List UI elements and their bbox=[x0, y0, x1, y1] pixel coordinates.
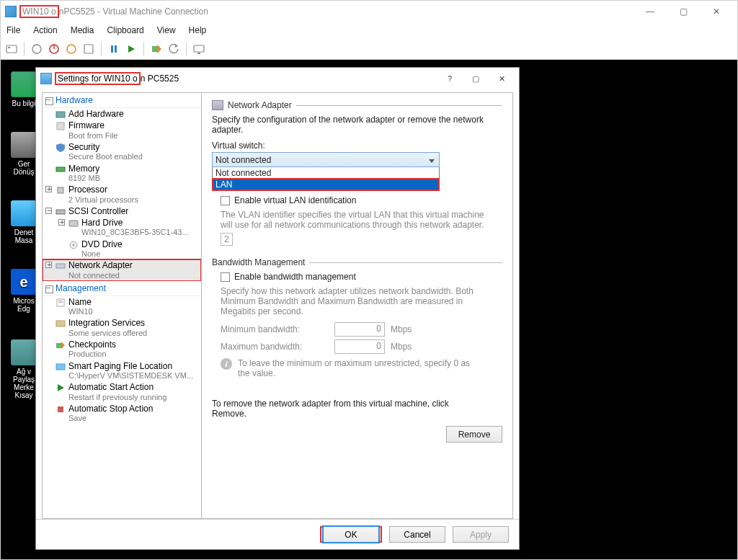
ok-button[interactable]: OK bbox=[323, 526, 379, 543]
enhanced-session-icon[interactable] bbox=[192, 43, 205, 55]
vlan-checkbox[interactable] bbox=[221, 196, 230, 205]
dialog-title-rest: n PC5525 bbox=[141, 74, 179, 84]
svg-rect-24 bbox=[58, 301, 63, 301]
remove-button[interactable]: Remove bbox=[446, 426, 502, 443]
shutdown-icon[interactable] bbox=[65, 43, 78, 55]
svg-rect-12 bbox=[194, 45, 204, 52]
svg-marker-29 bbox=[58, 384, 64, 391]
chevron-down-icon[interactable] bbox=[425, 154, 437, 166]
virtual-switch-dropdown[interactable]: Not connected LAN bbox=[212, 167, 440, 191]
svg-rect-22 bbox=[56, 264, 65, 268]
section-description: Specify the configuration of the network… bbox=[212, 115, 502, 135]
max-bandwidth-input[interactable]: 0 bbox=[334, 339, 385, 354]
menu-media[interactable]: Media bbox=[71, 25, 94, 35]
tree-memory[interactable]: Memory8192 MB bbox=[43, 163, 201, 185]
tree-add-hardware[interactable]: Add Hardware bbox=[43, 108, 201, 120]
start-icon[interactable] bbox=[30, 43, 43, 55]
close-button[interactable]: ✕ bbox=[700, 1, 733, 22]
svg-rect-26 bbox=[56, 321, 65, 326]
svg-rect-18 bbox=[56, 210, 65, 214]
apply-button[interactable]: Apply bbox=[453, 526, 509, 543]
bandwidth-checkbox-label: Enable bandwidth management bbox=[234, 272, 356, 282]
tree-dvd-drive[interactable]: DVD DriveNone bbox=[43, 239, 201, 260]
tree-processor[interactable]: Processor2 Virtual processors bbox=[43, 184, 201, 205]
tree-name[interactable]: NameWIN10 bbox=[43, 296, 201, 318]
virtual-switch-value: Not connected bbox=[215, 155, 271, 165]
dialog-title-highlight: Settings for WIN10 o bbox=[55, 72, 141, 85]
checkpoint-icon[interactable] bbox=[150, 43, 163, 55]
mbps-unit-2: Mbps bbox=[391, 342, 412, 352]
tree-scsi[interactable]: SCSI Controller bbox=[43, 205, 201, 217]
bandwidth-info-text: To leave the minimum or maximum unrestri… bbox=[238, 358, 483, 378]
tree-network-adapter[interactable]: Network AdapterNot connected bbox=[43, 259, 201, 281]
tree-auto-start[interactable]: Automatic Start ActionRestart if previou… bbox=[43, 381, 201, 403]
tree-auto-stop[interactable]: Automatic Stop ActionSave bbox=[43, 403, 201, 425]
svg-rect-8 bbox=[115, 45, 117, 53]
menu-action[interactable]: Action bbox=[33, 25, 57, 35]
ok-button-highlight: OK bbox=[320, 526, 382, 543]
svg-rect-1 bbox=[8, 47, 10, 48]
svg-rect-25 bbox=[58, 302, 63, 303]
min-bandwidth-label: Minimum bandwidth: bbox=[221, 324, 329, 334]
svg-rect-28 bbox=[56, 364, 65, 370]
option-lan[interactable]: LAN bbox=[213, 179, 439, 190]
settings-icon bbox=[40, 73, 52, 84]
settings-dialog: Settings for WIN10 on PC5525 ? ▢ ✕ Hardw… bbox=[35, 67, 520, 550]
vlan-help-text: The VLAN identifier specifies the virtua… bbox=[221, 210, 494, 230]
virtual-switch-combo[interactable]: Not connected bbox=[212, 152, 440, 167]
svg-rect-16 bbox=[56, 167, 65, 172]
bandwidth-help-text: Specify how this network adapter utilize… bbox=[221, 286, 494, 316]
mbps-unit: Mbps bbox=[391, 324, 412, 334]
vlan-id-input[interactable]: 2 bbox=[221, 233, 233, 246]
section-network-adapter: Network Adapter bbox=[212, 100, 502, 110]
toolbar bbox=[1, 38, 737, 60]
category-hardware[interactable]: Hardware bbox=[43, 93, 201, 108]
save-icon[interactable] bbox=[82, 43, 95, 55]
dialog-close-button[interactable]: ✕ bbox=[489, 68, 515, 89]
ctrl-alt-del-icon[interactable] bbox=[5, 43, 18, 55]
tree-checkpoints[interactable]: CheckpointsProduction bbox=[43, 339, 201, 360]
dialog-maximize-button[interactable]: ▢ bbox=[463, 68, 489, 89]
vmc-title-highlight: WIN10 o bbox=[19, 5, 59, 18]
tree-hard-drive[interactable]: Hard DriveWIN10_8C3E3BF5-35C1-43... bbox=[43, 217, 201, 239]
vlan-checkbox-label: Enable virtual LAN identification bbox=[234, 195, 356, 205]
vmc-titlebar: WIN10 on PC5525 - Virtual Machine Connec… bbox=[1, 1, 737, 22]
pause-icon[interactable] bbox=[107, 43, 120, 55]
tree-smart-paging[interactable]: Smart Paging File LocationC:\HyperV VM\S… bbox=[43, 360, 201, 382]
svg-marker-11 bbox=[175, 44, 178, 48]
svg-point-21 bbox=[73, 244, 75, 246]
settings-tree[interactable]: Hardware Add Hardware FirmwareBoot from … bbox=[42, 92, 202, 519]
svg-rect-4 bbox=[53, 45, 54, 49]
menu-view[interactable]: View bbox=[157, 25, 176, 35]
option-not-connected[interactable]: Not connected bbox=[213, 167, 439, 179]
tree-security[interactable]: SecuritySecure Boot enabled bbox=[43, 141, 201, 163]
revert-icon[interactable] bbox=[167, 43, 180, 55]
tree-firmware[interactable]: FirmwareBoot from File bbox=[43, 120, 201, 141]
svg-rect-14 bbox=[56, 112, 65, 117]
svg-rect-30 bbox=[58, 406, 63, 412]
cancel-button[interactable]: Cancel bbox=[389, 526, 445, 543]
maximize-button[interactable]: ▢ bbox=[667, 1, 700, 22]
network-adapter-icon bbox=[212, 100, 223, 110]
svg-marker-31 bbox=[429, 159, 435, 163]
menu-help[interactable]: Help bbox=[189, 25, 207, 35]
turnoff-icon[interactable] bbox=[48, 43, 61, 55]
vmc-title-rest: PC5525 - Virtual Machine Connection bbox=[63, 6, 208, 17]
menu-file[interactable]: File bbox=[6, 25, 20, 35]
info-icon: i bbox=[221, 358, 232, 370]
minimize-button[interactable]: — bbox=[633, 1, 667, 22]
svg-rect-19 bbox=[69, 221, 78, 226]
tree-integration[interactable]: Integration ServicesSome services offere… bbox=[43, 317, 201, 339]
category-management[interactable]: Management bbox=[43, 281, 201, 296]
bandwidth-checkbox[interactable] bbox=[221, 272, 230, 282]
dialog-help-button[interactable]: ? bbox=[437, 68, 463, 89]
menu-clipboard[interactable]: Clipboard bbox=[107, 25, 143, 35]
settings-content: Network Adapter Specify the configuratio… bbox=[202, 92, 513, 519]
section-heading: Network Adapter bbox=[228, 100, 292, 110]
max-bandwidth-label: Maximum bandwidth: bbox=[221, 342, 329, 352]
vm-connection-window: WIN10 on PC5525 - Virtual Machine Connec… bbox=[0, 0, 738, 560]
min-bandwidth-input[interactable]: 0 bbox=[334, 322, 385, 337]
reset-icon[interactable] bbox=[125, 43, 138, 55]
svg-rect-0 bbox=[6, 45, 17, 53]
vmc-title-mid: n bbox=[59, 6, 64, 17]
